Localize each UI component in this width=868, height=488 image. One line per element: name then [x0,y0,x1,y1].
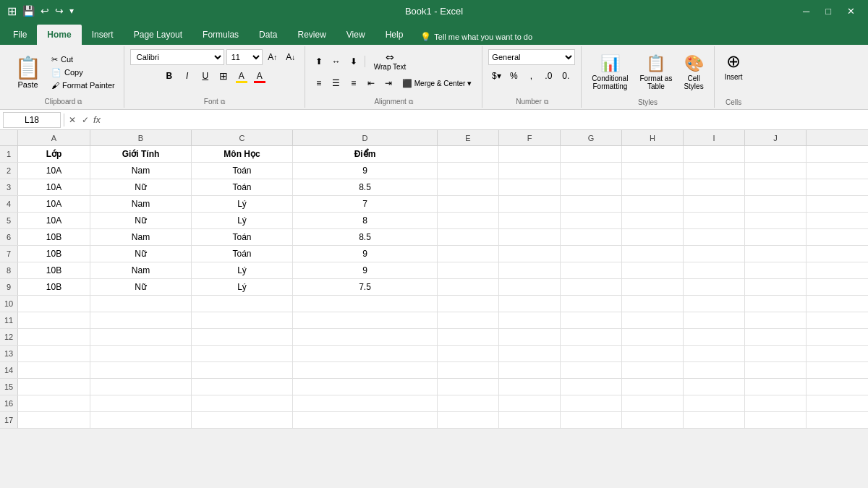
list-item[interactable] [684,379,745,395]
list-item[interactable] [438,346,499,361]
format-as-table-button[interactable]: 📋 Format asTable [635,52,676,93]
list-item[interactable]: Môn Học [192,146,293,162]
list-item[interactable] [622,179,684,195]
list-item[interactable]: 8.5 [293,179,438,195]
list-item[interactable] [438,329,499,345]
list-item[interactable]: Toán [192,229,293,245]
list-item[interactable] [18,296,90,312]
align-top-button[interactable]: ⬆ [311,53,327,69]
list-item[interactable] [90,379,192,395]
row-header-3[interactable]: 3 [0,179,18,195]
list-item[interactable] [18,329,90,345]
list-item[interactable]: Điểm [293,146,438,162]
col-header-A[interactable]: A [18,130,90,145]
tab-formulas[interactable]: Formulas [192,25,249,45]
col-header-E[interactable]: E [438,130,499,145]
paste-button[interactable]: 📋 Paste [9,49,47,95]
list-item[interactable] [684,246,745,262]
list-item[interactable] [438,229,499,245]
list-item[interactable]: 9 [293,262,438,278]
list-item[interactable] [684,262,745,278]
col-header-C[interactable]: C [192,130,293,145]
row-header-10[interactable]: 10 [0,296,18,312]
row-header-4[interactable]: 4 [0,196,18,212]
percent-button[interactable]: % [506,68,522,84]
confirm-formula-button[interactable]: ✓ [80,114,90,127]
decrease-indent-button[interactable]: ⇤ [363,75,379,91]
list-item[interactable] [561,346,622,361]
list-item[interactable] [622,229,684,245]
list-item[interactable] [18,379,90,395]
list-item[interactable]: 10B [18,279,90,295]
list-item[interactable] [438,296,499,312]
redo-icon[interactable]: ↪ [55,5,64,17]
list-item[interactable]: Lý [192,213,293,228]
row-header-16[interactable]: 16 [0,395,18,411]
list-item[interactable] [192,296,293,312]
list-item[interactable]: 10B [18,262,90,278]
list-item[interactable] [90,362,192,378]
list-item[interactable] [622,346,684,361]
list-item[interactable]: 10A [18,163,90,179]
list-item[interactable]: 10A [18,196,90,212]
list-item[interactable] [499,146,561,162]
increase-decimal-button[interactable]: 0. [558,68,574,84]
list-item[interactable] [293,379,438,395]
list-item[interactable] [622,196,684,212]
tab-view[interactable]: View [336,25,375,45]
increase-font-button[interactable]: A↑ [265,49,281,65]
list-item[interactable] [499,196,561,212]
list-item[interactable] [684,279,745,295]
list-item[interactable] [561,246,622,262]
list-item[interactable] [561,296,622,312]
list-item[interactable] [684,346,745,361]
tab-insert[interactable]: Insert [82,25,124,45]
list-item[interactable] [438,163,499,179]
list-item[interactable] [745,346,807,361]
decrease-font-button[interactable]: A↓ [283,49,299,65]
list-item[interactable] [561,312,622,328]
list-item[interactable]: 10A [18,179,90,195]
wrap-text-button[interactable]: ⇔ Wrap Text [368,49,412,73]
list-item[interactable] [90,412,192,428]
list-item[interactable] [438,312,499,328]
list-item[interactable] [622,279,684,295]
list-item[interactable]: 7.5 [293,279,438,295]
list-item[interactable]: Lớp [18,146,90,162]
list-item[interactable]: 8 [293,213,438,228]
cut-button[interactable]: ✂ Cut [48,53,118,66]
list-item[interactable]: Nữ [90,179,192,195]
list-item[interactable] [561,329,622,345]
list-item[interactable] [438,379,499,395]
currency-button[interactable]: $▾ [488,68,504,84]
row-header-15[interactable]: 15 [0,379,18,395]
list-item[interactable] [684,296,745,312]
list-item[interactable]: Toán [192,179,293,195]
more-commands-icon[interactable]: ▾ [69,6,74,16]
align-bottom-button[interactable]: ⬇ [346,53,362,69]
list-item[interactable] [745,312,807,328]
list-item[interactable] [192,329,293,345]
list-item[interactable] [18,312,90,328]
align-middle-button[interactable]: ↔ [328,53,344,69]
cancel-formula-button[interactable]: ✕ [67,114,77,127]
align-center-button[interactable]: ☰ [328,75,344,91]
list-item[interactable] [745,262,807,278]
list-item[interactable]: Lý [192,262,293,278]
list-item[interactable] [622,412,684,428]
list-item[interactable] [684,229,745,245]
list-item[interactable] [18,362,90,378]
row-header-9[interactable]: 9 [0,279,18,295]
list-item[interactable]: Giới Tính [90,146,192,162]
list-item[interactable] [438,279,499,295]
list-item[interactable] [499,412,561,428]
list-item[interactable] [745,146,807,162]
list-item[interactable] [561,213,622,228]
list-item[interactable] [745,379,807,395]
row-header-6[interactable]: 6 [0,229,18,245]
list-item[interactable] [561,229,622,245]
list-item[interactable] [561,163,622,179]
list-item[interactable] [561,146,622,162]
list-item[interactable] [293,346,438,361]
list-item[interactable] [499,362,561,378]
